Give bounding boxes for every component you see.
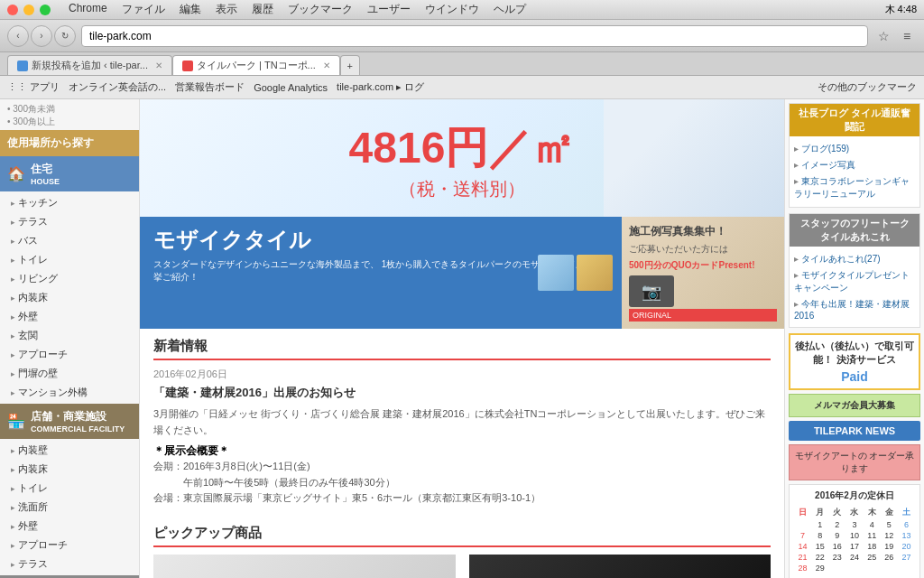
cal-feb-cell: 13 <box>898 530 915 541</box>
tab-2[interactable]: タイルパーク | TNコーポ... ✕ <box>172 55 340 75</box>
menu-bar: Chrome ファイル 編集 表示 履歴 ブックマーク ユーザー ウインドウ ヘ… <box>69 2 526 17</box>
cal-feb-cell: 29 <box>811 563 828 573</box>
cal-feb-cell: 11 <box>864 530 881 541</box>
minimize-button[interactable] <box>23 5 34 15</box>
tab-2-label: タイルパーク | TNコーポ... <box>197 59 316 72</box>
paid-banner[interactable]: 後払い（後払い）で取引可能！ 決済サービス Paid <box>789 333 920 390</box>
comm-link-terrace[interactable]: テラス <box>0 555 139 573</box>
bookmark-apps[interactable]: ⋮⋮ アプリ <box>7 80 60 94</box>
blog-item-1[interactable]: ブログ(159) <box>794 141 915 157</box>
comm-link-approach[interactable]: アプローチ <box>0 536 139 555</box>
menu-window[interactable]: ウインドウ <box>425 2 479 17</box>
back-button[interactable]: ‹ <box>7 25 29 47</box>
banner-row: モザイクタイル スタンダードなデザインからユニークな海外製品まで、 1枚から購入… <box>140 217 784 329</box>
tab-1-close[interactable]: ✕ <box>155 61 162 70</box>
pickup-grid: ニューヨーク ミニヘキサゴン/白/ROS-1 販売価格： 522円 ＊＊新商品＊… <box>153 555 771 578</box>
house-link-toilet[interactable]: トイレ <box>0 250 139 269</box>
bookmark-tilepark[interactable]: tile-park.com ▸ ログ <box>337 80 424 94</box>
cal-feb-cell <box>881 563 898 573</box>
maximize-button[interactable] <box>40 5 51 15</box>
bookmark-apps-label: アプリ <box>30 80 60 94</box>
browser-toolbar: ‹ › ↻ tile-park.com ☆ ≡ <box>0 20 924 52</box>
refresh-button[interactable]: ↻ <box>54 25 76 47</box>
close-button[interactable] <box>7 5 18 15</box>
comm-link-toilet[interactable]: トイレ <box>0 479 139 498</box>
cal-header-fri: 金 <box>881 506 898 519</box>
blog-section-header: 社長ブログ タイル通販奮闘記 <box>790 104 919 136</box>
menu-icon[interactable]: ≡ <box>897 26 917 46</box>
bookmark-online[interactable]: オンライン英会話の... <box>69 80 166 94</box>
tilepark-news-banner[interactable]: TILEPARK NEWS <box>789 421 920 441</box>
melma-banner[interactable]: メルマガ会員大募集 <box>789 394 920 417</box>
house-link-approach[interactable]: アプローチ <box>0 345 139 364</box>
menu-history[interactable]: 履歴 <box>252 2 273 17</box>
commercial-icon: 🏪 <box>7 413 25 430</box>
house-link-wall[interactable]: 門塀の壁 <box>0 364 139 383</box>
pickup-item-1: ニューヨーク ミニヘキサゴン/白/ROS-1 販売価格： 522円 ＊＊新商品＊… <box>153 555 456 578</box>
house-link-mansion[interactable]: マンション外構 <box>0 383 139 402</box>
forward-button[interactable]: › <box>31 25 52 47</box>
house-link-terrace[interactable]: テラス <box>0 212 139 231</box>
page-content: • 300角未満 • 300角以上 使用場所から探す 🏠 住宅 HOUSE キッ… <box>0 99 924 578</box>
navigation-buttons: ‹ › ↻ <box>7 25 76 47</box>
hero-price: 4816円／㎡ <box>349 119 576 177</box>
house-header-jp: 住宅 <box>31 163 52 175</box>
house-link-living[interactable]: リビング <box>0 269 139 288</box>
staff-item-1[interactable]: タイルあれこれ(27) <box>794 251 915 267</box>
photo-banner[interactable]: 施工例写真集集中！ ご応募いただいた方には 500円分のQUOカードPresen… <box>622 217 784 329</box>
house-link-bath[interactable]: バス <box>0 231 139 250</box>
bookmark-report[interactable]: 営業報告ボード <box>175 80 245 94</box>
menu-help[interactable]: ヘルプ <box>494 2 526 17</box>
comm-link-outer[interactable]: 外壁 <box>0 517 139 536</box>
camera-icon: 📷 <box>629 275 674 307</box>
cal-feb-cell: 6 <box>898 519 915 530</box>
calendar-feb-title: 2016年2月の定休日 <box>794 489 915 502</box>
cal-feb-cell: 22 <box>811 552 828 563</box>
house-link-floor[interactable]: 内装床 <box>0 288 139 307</box>
menu-edit[interactable]: 編集 <box>180 2 201 17</box>
menu-file[interactable]: ファイル <box>122 2 165 17</box>
paid-title: 後払い（後払い）で取引可能！ 決済サービス <box>795 340 914 367</box>
tab-1[interactable]: 新規投稿を追加 ‹ tile-par... ✕ <box>7 55 172 75</box>
mosaic-banner[interactable]: モザイクタイル スタンダードなデザインからユニークな海外製品まで、 1枚から購入… <box>140 217 622 329</box>
cal-header-sat: 土 <box>898 506 915 519</box>
star-icon[interactable]: ☆ <box>873 26 893 46</box>
comm-link-inner-wall[interactable]: 内装壁 <box>0 441 139 460</box>
cal-feb-cell: 1 <box>811 519 828 530</box>
comm-link-inner-floor[interactable]: 内装床 <box>0 460 139 479</box>
tab-2-close[interactable]: ✕ <box>323 61 330 70</box>
cal-feb-cell <box>898 563 915 573</box>
main-content: 4816円／㎡ （税・送料別） モザイクタイル スタンダードなデザインからユニー… <box>140 99 784 578</box>
location-header-text: 使用場所から探す <box>7 135 94 151</box>
size-header: • 300角未満 • 300角以上 <box>0 99 139 130</box>
calendar-feb-table: 日 月 火 水 木 金 土 12345678910111213141516171… <box>794 506 915 573</box>
commercial-links: 内装壁 内装床 トイレ 洗面所 外壁 アプローチ テラス <box>0 439 139 575</box>
pickup-section: ピックアップ商品 ニューヨーク ミニヘキサゴン/白/ROS-1 <box>140 516 784 578</box>
cal-feb-cell: 28 <box>794 563 811 573</box>
staff-item-2[interactable]: モザイクタイルプレゼントキャンペーン <box>794 267 915 296</box>
bookmark-others[interactable]: その他のブックマーク <box>818 80 917 94</box>
menu-view[interactable]: 表示 <box>216 2 237 17</box>
traffic-lights <box>7 5 51 15</box>
mosaic-order-banner[interactable]: モザイクアートの オーダー承ります <box>789 444 920 480</box>
staff-item-3[interactable]: 今年も出展！建築・建材展2016 <box>794 296 915 322</box>
bookmark-analytics[interactable]: Google Analytics <box>254 82 328 93</box>
new-tab-button[interactable]: + <box>340 55 360 75</box>
blog-item-2[interactable]: イメージ写真 <box>794 157 915 173</box>
news-date: 2016年02月06日 <box>153 368 771 381</box>
menu-bookmarks[interactable]: ブックマーク <box>288 2 353 17</box>
house-link-entrance[interactable]: 玄関 <box>0 326 139 345</box>
apps-icon: ⋮⋮ <box>7 81 27 93</box>
address-bar[interactable]: tile-park.com <box>81 25 868 47</box>
cal-feb-cell: 20 <box>898 541 915 552</box>
cal-header-mon: 月 <box>811 506 828 519</box>
house-link-kitchen[interactable]: キッチン <box>0 193 139 212</box>
bookmarks-bar: ⋮⋮ アプリ オンライン英会話の... 営業報告ボード Google Analy… <box>0 76 924 99</box>
menu-chrome[interactable]: Chrome <box>69 2 107 17</box>
house-section-header: 🏠 住宅 HOUSE <box>0 156 139 191</box>
comm-link-washroom[interactable]: 洗面所 <box>0 498 139 517</box>
menu-user[interactable]: ユーザー <box>367 2 411 17</box>
right-sidebar: 社長ブログ タイル通販奮闘記 ブログ(159) イメージ写真 東京コラボレーショ… <box>784 99 924 578</box>
house-link-outer[interactable]: 外壁 <box>0 307 139 326</box>
blog-item-3[interactable]: 東京コラボレーションギャラリーリニューアル <box>794 173 915 202</box>
